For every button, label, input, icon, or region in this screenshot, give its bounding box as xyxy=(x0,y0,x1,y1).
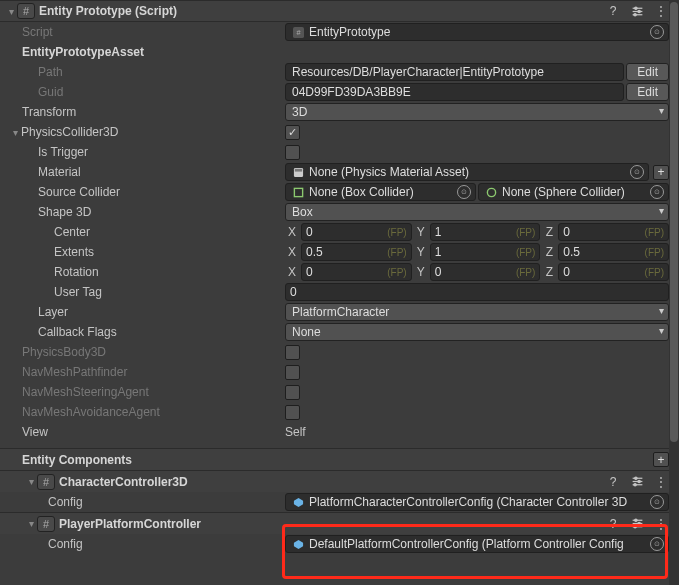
callback-dropdown[interactable]: None xyxy=(285,323,669,341)
script-field: # EntityPrototype ⊙ xyxy=(285,23,669,41)
playerplatform-title: PlayerPlatformController xyxy=(59,517,201,531)
axis-y: Y xyxy=(414,225,428,239)
pp-config-field[interactable]: DefaultPlatformControllerConfig (Platfor… xyxy=(285,535,669,553)
sphere-collider-picker[interactable]: ⊙ xyxy=(650,185,664,199)
script-chip-icon: # xyxy=(17,3,35,19)
center-y-input[interactable]: 1(FP) xyxy=(430,223,541,241)
help-icon[interactable]: ? xyxy=(605,3,621,19)
shape-dropdown[interactable]: Box xyxy=(285,203,669,221)
view-label: View xyxy=(0,425,285,439)
preset-icon[interactable] xyxy=(629,3,645,19)
center-z-input[interactable]: 0(FP) xyxy=(558,223,669,241)
script-chip-icon: # xyxy=(37,474,55,490)
foldout-physicscollider[interactable]: ▾ xyxy=(10,127,21,138)
center-x-input[interactable]: 0(FP) xyxy=(301,223,412,241)
navmeshavoidance-checkbox[interactable] xyxy=(285,405,300,420)
script-picker[interactable]: ⊙ xyxy=(650,25,664,39)
shape-label: Shape 3D xyxy=(0,205,285,219)
navmeshsteering-label: NavMeshSteeringAgent xyxy=(0,385,285,399)
navmeshavoidance-label: NavMeshAvoidanceAgent xyxy=(0,405,285,419)
path-label: Path xyxy=(0,65,285,79)
extents-x-input[interactable]: 0.5(FP) xyxy=(301,243,412,261)
preset-icon[interactable] xyxy=(629,474,645,490)
layer-label: Layer xyxy=(0,305,285,319)
guid-edit-button[interactable]: Edit xyxy=(626,83,669,101)
navmeshpathfinder-checkbox[interactable] xyxy=(285,365,300,380)
preset-icon[interactable] xyxy=(629,516,645,532)
help-icon[interactable]: ? xyxy=(605,474,621,490)
guid-label: Guid xyxy=(0,85,285,99)
rotation-x-input[interactable]: 0(FP) xyxy=(301,263,412,281)
foldout-entity-prototype[interactable]: ▾ xyxy=(6,6,17,17)
add-component-button[interactable]: + xyxy=(653,452,669,467)
material-picker[interactable]: ⊙ xyxy=(630,165,644,179)
kebab-icon[interactable]: ⋮ xyxy=(653,3,669,19)
cc-config-label: Config xyxy=(0,495,285,509)
istrigger-checkbox[interactable] xyxy=(285,145,300,160)
transform-dropdown[interactable]: 3D xyxy=(285,103,669,121)
foldout-charactercontroller[interactable]: ▾ xyxy=(26,476,37,487)
box-collider-icon xyxy=(292,186,304,198)
usertag-input[interactable]: 0 xyxy=(285,283,669,301)
svg-point-21 xyxy=(637,522,639,524)
svg-point-11 xyxy=(487,188,495,196)
pp-config-label: Config xyxy=(0,537,285,551)
scriptable-icon xyxy=(292,538,304,550)
kebab-icon[interactable]: ⋮ xyxy=(653,474,669,490)
box-collider-field[interactable]: None (Box Collider) ⊙ xyxy=(285,183,476,201)
help-icon[interactable]: ? xyxy=(605,516,621,532)
rotation-label: Rotation xyxy=(0,265,285,279)
sphere-collider-field[interactable]: None (Sphere Collider) ⊙ xyxy=(478,183,669,201)
asset-heading: EntityPrototypeAsset xyxy=(0,45,285,59)
script-value: EntityPrototype xyxy=(309,25,390,39)
rotation-y-input[interactable]: 0(FP) xyxy=(430,263,541,281)
axis-z: Z xyxy=(542,225,556,239)
svg-point-23 xyxy=(633,526,635,528)
axis-x: X xyxy=(285,225,299,239)
foldout-playerplatform[interactable]: ▾ xyxy=(26,518,37,529)
cc-config-picker[interactable]: ⊙ xyxy=(650,495,664,509)
extents-z-input[interactable]: 0.5(FP) xyxy=(558,243,669,261)
cc-config-field[interactable]: PlatformCharacterControllerConfig (Chara… xyxy=(285,493,669,511)
physicscollider-enable-checkbox[interactable]: ✓ xyxy=(285,125,300,140)
pp-config-picker[interactable]: ⊙ xyxy=(650,537,664,551)
svg-rect-9 xyxy=(294,168,301,171)
csharp-icon: # xyxy=(292,26,304,38)
charactercontroller-title: CharacterController3D xyxy=(59,475,188,489)
script-chip-icon: # xyxy=(37,516,55,532)
entity-components-heading: Entity Components xyxy=(0,453,285,467)
physicscollider-label: PhysicsCollider3D xyxy=(21,125,118,139)
script-label: Script xyxy=(0,25,285,39)
component-title: Entity Prototype (Script) xyxy=(39,4,177,18)
usertag-label: User Tag xyxy=(0,285,285,299)
path-edit-button[interactable]: Edit xyxy=(626,63,669,81)
vertical-scrollbar[interactable] xyxy=(669,0,679,585)
svg-point-15 xyxy=(637,480,639,482)
material-field[interactable]: None (Physics Material Asset) ⊙ xyxy=(285,163,649,181)
sourcecollider-label: Source Collider xyxy=(0,185,285,199)
physicsbody-checkbox[interactable] xyxy=(285,345,300,360)
asset-icon xyxy=(292,166,304,178)
svg-point-1 xyxy=(634,7,636,9)
guid-field: 04D99FD39DA3BB9E xyxy=(285,83,624,101)
material-add-button[interactable]: + xyxy=(653,165,669,180)
sphere-collider-icon xyxy=(485,186,497,198)
box-collider-picker[interactable]: ⊙ xyxy=(457,185,471,199)
physicsbody-label: PhysicsBody3D xyxy=(0,345,285,359)
kebab-icon[interactable]: ⋮ xyxy=(653,516,669,532)
layer-dropdown[interactable]: PlatformCharacter xyxy=(285,303,669,321)
extents-y-input[interactable]: 1(FP) xyxy=(430,243,541,261)
svg-point-17 xyxy=(633,484,635,486)
transform-label: Transform xyxy=(0,105,285,119)
scriptable-icon xyxy=(292,496,304,508)
svg-point-19 xyxy=(634,519,636,521)
material-label: Material xyxy=(0,165,285,179)
navmeshsteering-checkbox[interactable] xyxy=(285,385,300,400)
scrollbar-thumb[interactable] xyxy=(670,2,678,442)
svg-point-13 xyxy=(634,477,636,479)
callback-label: Callback Flags xyxy=(0,325,285,339)
center-label: Center xyxy=(0,225,285,239)
svg-point-5 xyxy=(633,13,635,15)
navmeshpathfinder-label: NavMeshPathfinder xyxy=(0,365,285,379)
rotation-z-input[interactable]: 0(FP) xyxy=(558,263,669,281)
